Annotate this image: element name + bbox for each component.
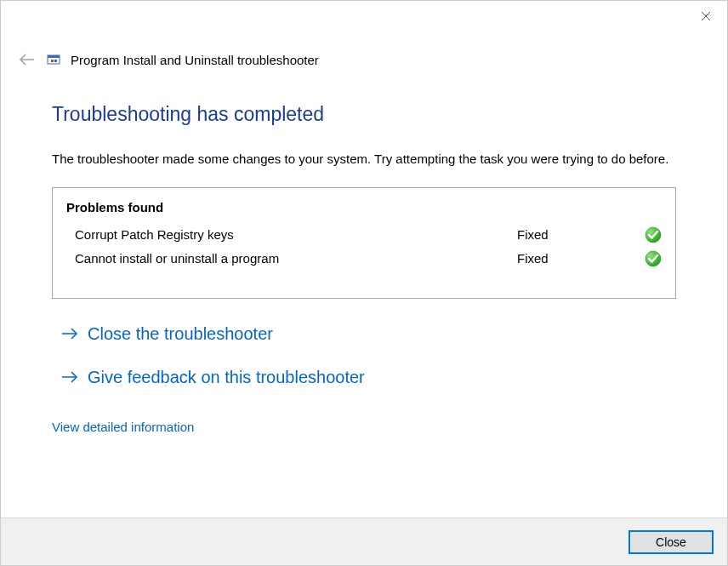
svg-rect-4 [48,55,60,58]
give-feedback-link[interactable]: Give feedback on this troubleshooter [60,368,676,387]
view-details-link[interactable]: View detailed information [52,420,194,434]
description-text: The troubleshooter made some changes to … [52,150,676,169]
page-heading: Troubleshooting has completed [52,103,676,126]
app-title: Program Install and Uninstall troublesho… [71,53,319,67]
problem-name: Cannot install or uninstall a program [75,251,517,266]
problem-status: Fixed [517,251,645,266]
arrow-right-icon [60,369,79,385]
problem-row: Corrupt Patch Registry keys Fixed [66,223,662,247]
titlebar [1,1,727,35]
back-button[interactable] [18,50,37,69]
close-icon [701,11,711,21]
problems-found-panel: Problems found Corrupt Patch Registry ke… [52,187,676,299]
header-row: Program Install and Uninstall troublesho… [1,35,727,69]
fixed-check-icon [645,226,662,243]
svg-rect-5 [51,60,54,62]
problems-found-header: Problems found [66,200,662,214]
close-troubleshooter-link[interactable]: Close the troubleshooter [60,324,676,344]
svg-rect-6 [54,60,57,62]
troubleshooter-app-icon [47,53,60,66]
action-link-label: Close the troubleshooter [88,324,273,344]
arrow-right-icon [60,326,79,341]
fixed-check-icon [645,250,662,267]
problem-row: Cannot install or uninstall a program Fi… [66,247,662,271]
content-area: Troubleshooting has completed The troubl… [1,69,727,434]
back-arrow-icon [19,53,36,66]
close-button[interactable]: Close [628,530,714,554]
window-close-button[interactable] [693,6,719,26]
footer-bar: Close [1,517,727,565]
action-link-label: Give feedback on this troubleshooter [88,368,365,387]
problem-status: Fixed [517,227,645,242]
problem-name: Corrupt Patch Registry keys [75,227,517,242]
